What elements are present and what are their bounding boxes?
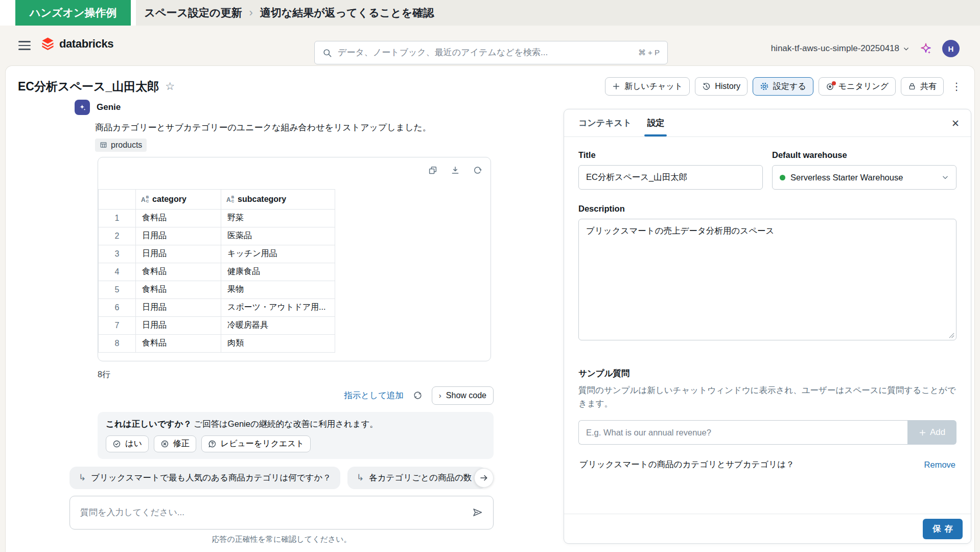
suggestion-chip[interactable]: ↳ 各カテゴリごとの商品の数 — [347, 467, 486, 489]
tab-context[interactable]: コンテキスト — [578, 117, 632, 136]
assistant-header: Genie — [75, 100, 494, 115]
table-cell: 食料品 — [136, 281, 221, 298]
settings-label: 設定する — [773, 81, 806, 92]
databricks-wordmark: databricks — [59, 37, 113, 51]
refresh-icon[interactable] — [473, 166, 482, 175]
result-table-card: ABC category ABC subcategory 1食料品野菜2日用品医 — [98, 157, 491, 361]
assistant-message: 商品カテゴリーとサブカテゴリーのユニークな組み合わせをリストアップしました。 — [95, 121, 494, 134]
databricks-logo[interactable]: databricks — [41, 37, 113, 51]
panel-tabs: コンテキスト 設定 — [564, 109, 971, 137]
row-index: 4 — [99, 263, 136, 281]
description-textarea[interactable]: ブリックスマートの売上データ分析用のスペース — [578, 219, 956, 340]
chat-area: Genie 商品カテゴリーとサブカテゴリーのユニークな組み合わせをリストアップし… — [69, 100, 494, 544]
feedback-yes-button[interactable]: はい — [106, 435, 149, 452]
row-index: 2 — [99, 227, 136, 245]
user-avatar[interactable]: H — [942, 40, 960, 57]
space-titlebar: EC分析スペース_山田太郎 ☆ 新しいチャット History — [18, 76, 964, 97]
request-review-button[interactable]: レビューをリクエスト — [201, 435, 311, 452]
status-dot-green — [780, 175, 785, 180]
request-review-label: レビューをリクエスト — [221, 439, 304, 449]
share-button[interactable]: 共有 — [901, 77, 944, 96]
chevron-right-icon: › — [439, 391, 441, 400]
settings-form: Title Default warehouse Serverless Start… — [564, 137, 971, 470]
table-row: 4食料品健康食品 — [99, 263, 335, 281]
show-code-button[interactable]: › Show code — [432, 386, 494, 405]
string-type-icon: ABC — [226, 195, 234, 203]
add-label: Add — [930, 427, 945, 438]
copy-icon[interactable] — [428, 166, 437, 175]
row-number-header — [99, 189, 136, 209]
save-button[interactable]: 保存 — [923, 519, 963, 539]
chevron-down-icon — [903, 45, 909, 52]
tab-settings[interactable]: 設定 — [647, 117, 664, 136]
column-header-subcategory[interactable]: ABC subcategory — [221, 189, 335, 209]
global-search[interactable]: ⌘ + P — [314, 41, 668, 64]
close-icon[interactable]: ✕ — [951, 118, 960, 129]
sample-questions-description: 質問のサンプルは新しいチャットウィンドウに表示され、ユーザーはスペースに質問する… — [578, 384, 956, 410]
favorite-star-icon[interactable]: ☆ — [165, 80, 175, 93]
return-arrow-icon: ↳ — [79, 472, 86, 483]
x-circle-icon — [160, 440, 169, 448]
question-input[interactable] — [80, 508, 466, 518]
kebab-menu-icon[interactable]: ⋮ — [949, 80, 964, 93]
workspace-switcher[interactable]: hinak-tf-aws-uc-simple-20250418 — [771, 43, 909, 54]
suggestion-text: ブリックスマートで最も人気のある商品カテゴリは何ですか？ — [91, 472, 331, 484]
send-icon[interactable] — [472, 507, 483, 518]
row-index: 6 — [99, 298, 136, 316]
add-instruction-link[interactable]: 指示として追加 — [344, 390, 404, 401]
new-chat-button[interactable]: 新しいチャット — [605, 77, 690, 96]
column-header-category[interactable]: ABC category — [136, 189, 221, 209]
page-title: EC分析スペース_山田太郎 — [18, 79, 159, 95]
chevron-right-icon: › — [249, 6, 252, 19]
settings-button[interactable]: 設定する — [753, 77, 813, 96]
new-chat-label: 新しいチャット — [624, 81, 683, 92]
description-label: Description — [578, 204, 956, 214]
search-shortcut: ⌘ + P — [638, 48, 660, 57]
assistant-sparkle-icon[interactable] — [920, 42, 932, 55]
search-input[interactable] — [338, 48, 633, 58]
table-row: 7日用品冷暖房器具 — [99, 316, 335, 334]
regenerate-icon[interactable] — [413, 390, 423, 400]
tutorial-banner: ハンズオン操作例 スペース設定の更新 › 適切な結果が返ってくることを確認 — [0, 0, 980, 26]
monitoring-icon — [826, 82, 834, 91]
add-sample-button[interactable]: Add — [907, 420, 956, 445]
remove-sample-link[interactable]: Remove — [924, 460, 955, 470]
genie-avatar-icon — [75, 100, 90, 115]
table-cell: 医薬品 — [221, 227, 335, 245]
main-content: EC分析スペース_山田太郎 ☆ 新しいチャット History — [5, 65, 975, 552]
assistant-name: Genie — [97, 102, 121, 112]
history-clock-icon — [702, 82, 711, 91]
scroll-suggestions-button[interactable] — [474, 468, 494, 488]
check-circle-icon — [112, 440, 121, 448]
search-icon — [322, 48, 332, 58]
table-cell: キッチン用品 — [221, 245, 335, 263]
source-table-chip[interactable]: products — [95, 139, 147, 152]
banner-breadcrumb: スペース設定の更新 › 適切な結果が返ってくることを確認 — [144, 6, 434, 20]
table-row: 8食料品肉類 — [99, 334, 335, 352]
warehouse-select[interactable]: Serverless Starter Warehouse — [772, 165, 956, 190]
table-header-row: ABC category ABC subcategory — [99, 189, 335, 209]
table-cell: スポーツ・アウトドア用... — [221, 298, 335, 316]
title-input[interactable] — [578, 165, 763, 190]
titlebar-buttons: 新しいチャット History 設定する — [605, 77, 964, 96]
feedback-fix-label: 修正 — [173, 439, 190, 449]
sample-question-input[interactable] — [578, 420, 907, 445]
monitoring-button[interactable]: モニタリング — [819, 77, 896, 96]
table-cell: 冷暖房器具 — [221, 316, 335, 334]
column-label: subcategory — [238, 195, 286, 204]
feedback-panel: これは正しいですか？ご回答はGenieの継続的な改善に利用されます。 はい — [98, 412, 494, 459]
history-button[interactable]: History — [695, 77, 748, 96]
table-row: 5食料品果物 — [99, 281, 335, 298]
settings-panel: コンテキスト 設定 ✕ Title Default warehouse Serv… — [564, 109, 971, 544]
feedback-fix-button[interactable]: 修正 — [154, 435, 196, 452]
source-table-name: products — [111, 141, 142, 150]
hamburger-menu-icon[interactable] — [18, 39, 31, 52]
download-icon[interactable] — [451, 166, 460, 175]
table-row: 3日用品キッチン用品 — [99, 245, 335, 263]
table-row: 1食料品野菜 — [99, 209, 335, 227]
row-index: 3 — [99, 245, 136, 263]
suggestion-chip[interactable]: ↳ ブリックスマートで最も人気のある商品カテゴリは何ですか？ — [69, 467, 340, 489]
sample-question-text: ブリックスマートの商品のカテゴリとサブカテゴリは？ — [579, 459, 795, 470]
history-label: History — [715, 82, 740, 91]
feedback-note: ご回答はGenieの継続的な改善に利用されます。 — [194, 419, 378, 428]
